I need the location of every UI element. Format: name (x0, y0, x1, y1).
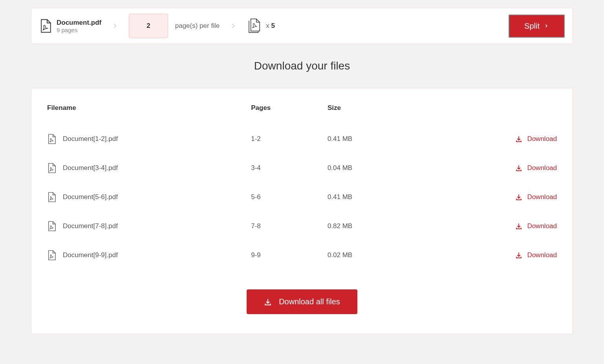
download-button[interactable]: Download (480, 193, 557, 201)
pdf-file-icon (47, 192, 56, 202)
files-table: Filename Pages Size Document[1-2].pdf 1-… (47, 104, 557, 270)
file-name-text: Document[7-8].pdf (63, 222, 118, 230)
pages-per-file-input[interactable]: 2 (129, 14, 168, 38)
pdf-file-icon (47, 163, 56, 173)
page-title: Download your files (31, 60, 573, 72)
file-name-text: Document[3-4].pdf (63, 164, 118, 172)
file-size-text: 0.02 MB (328, 251, 352, 259)
file-pages-text: 3-4 (251, 164, 261, 172)
source-filename: Document.pdf (57, 19, 101, 27)
source-page-count: 9 pages (57, 27, 101, 33)
download-all-label: Download all files (279, 297, 340, 306)
split-button[interactable]: Split (509, 15, 565, 38)
file-pages-text: 7-8 (251, 222, 261, 230)
file-pages-text: 5-6 (251, 193, 261, 201)
pdf-file-icon (47, 221, 56, 231)
chevron-right-icon (229, 22, 237, 30)
chevron-right-icon (111, 22, 119, 30)
download-link-label: Download (527, 251, 557, 259)
file-size-text: 0.82 MB (328, 222, 352, 230)
column-header-size: Size (328, 104, 480, 124)
file-name-text: Document[9-9].pdf (63, 251, 118, 259)
file-name-text: Document[5-6].pdf (63, 193, 118, 201)
download-icon (515, 194, 522, 201)
table-row: Document[7-8].pdf 7-8 0.82 MB Download (47, 212, 557, 241)
output-count-info: x 5 (247, 18, 275, 33)
download-link-label: Download (527, 222, 557, 230)
download-icon (515, 223, 522, 230)
table-row: Document[5-6].pdf 5-6 0.41 MB Download (47, 183, 557, 212)
column-header-pages: Pages (251, 104, 328, 124)
file-pages-text: 1-2 (251, 135, 261, 143)
table-row: Document[3-4].pdf 3-4 0.04 MB Download (47, 154, 557, 183)
output-count-label: x 5 (266, 22, 275, 30)
download-button[interactable]: Download (480, 164, 557, 172)
file-pages-text: 9-9 (251, 251, 261, 259)
download-all-button[interactable]: Download all files (247, 289, 357, 314)
pdf-file-icon (47, 250, 56, 260)
source-file-info: Document.pdf 9 pages (39, 19, 101, 33)
split-button-label: Split (524, 22, 540, 31)
download-icon (515, 165, 522, 172)
file-size-text: 0.41 MB (328, 193, 352, 201)
download-button[interactable]: Download (480, 135, 557, 143)
pages-per-file-value: 2 (146, 22, 150, 29)
pdf-file-icon (39, 19, 51, 33)
pdf-stack-icon (247, 18, 261, 33)
download-link-label: Download (527, 193, 557, 201)
download-button[interactable]: Download (480, 222, 557, 230)
download-icon (264, 298, 272, 306)
column-header-filename: Filename (47, 104, 251, 124)
results-panel: Filename Pages Size Document[1-2].pdf 1-… (31, 88, 573, 334)
pdf-file-icon (47, 134, 56, 144)
download-icon (515, 252, 522, 259)
table-row: Document[1-2].pdf 1-2 0.41 MB Download (47, 124, 557, 154)
download-icon (515, 135, 522, 143)
file-size-text: 0.41 MB (328, 135, 352, 143)
chevron-right-icon (544, 23, 549, 29)
split-config-bar: Document.pdf 9 pages 2 page(s) per file … (31, 8, 573, 44)
download-link-label: Download (527, 164, 557, 172)
table-row: Document[9-9].pdf 9-9 0.02 MB Download (47, 241, 557, 270)
column-header-download (480, 104, 557, 124)
file-size-text: 0.04 MB (328, 164, 352, 172)
pages-per-file-label: page(s) per file (175, 22, 220, 30)
file-name-text: Document[1-2].pdf (63, 135, 118, 143)
download-button[interactable]: Download (480, 251, 557, 259)
download-link-label: Download (527, 135, 557, 143)
